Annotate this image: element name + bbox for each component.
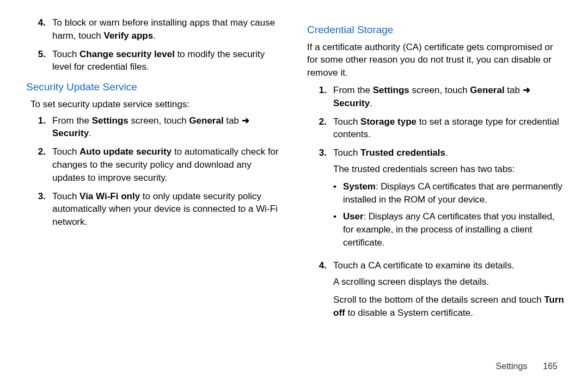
list-item: 2.Touch Storage type to set a storage ty… (307, 115, 566, 142)
bullet-item: •User: Displays any CA certificates that… (333, 210, 566, 249)
footer-page-number: 165 (543, 362, 558, 371)
list-number: 1. (26, 114, 52, 140)
list-content: Touch Trusted credentials.The trusted cr… (333, 146, 566, 254)
list-content: Touch Storage type to set a storage type… (333, 115, 566, 142)
list-content: Touch Change security level to modify th… (52, 48, 285, 74)
sub-text: The trusted credentials screen has two t… (333, 163, 566, 176)
list-number: 3. (307, 146, 333, 254)
right-column: Credential Storage If a certificate auth… (307, 16, 566, 325)
section-heading-right: Credential Storage (307, 23, 566, 38)
list-item: 5.Touch Change security level to modify … (26, 48, 285, 74)
list-number: 5. (26, 48, 52, 74)
bullet-list: •System: Displays CA certificates that a… (333, 180, 566, 249)
sub-text: A scrolling screen displays the details. (333, 275, 566, 289)
list-number: 1. (307, 84, 333, 110)
arrow-icon: ➜ (242, 115, 249, 126)
left-steps-list: 1.From the Settings screen, touch Genera… (26, 114, 285, 229)
section-heading-left: Security Update Service (26, 80, 285, 95)
bullet-dot-icon: • (333, 210, 343, 249)
right-steps-list: 1.From the Settings screen, touch Genera… (307, 84, 566, 320)
list-content: Touch a CA certificate to examine its de… (333, 259, 566, 320)
bullet-item: •System: Displays CA certificates that a… (333, 180, 566, 206)
list-number: 4. (307, 259, 333, 320)
list-item: 3.Touch Trusted credentials.The trusted … (307, 146, 566, 254)
intro-text-left: To set security update service settings: (30, 98, 285, 111)
two-column-layout: 4.To block or warn before installing app… (26, 16, 566, 325)
list-item: 1.From the Settings screen, touch Genera… (26, 114, 285, 140)
list-content: From the Settings screen, touch General … (52, 114, 285, 140)
footer-section: Settings (496, 362, 528, 371)
list-content: From the Settings screen, touch General … (333, 84, 566, 110)
list-content: To block or warn before installing apps … (52, 16, 285, 42)
bullet-dot-icon: • (333, 180, 343, 206)
arrow-icon: ➜ (523, 85, 530, 95)
list-content: Touch Auto update security to automatica… (52, 145, 285, 184)
list-item: 2.Touch Auto update security to automati… (26, 145, 285, 184)
page-footer: Settings 165 (496, 360, 558, 372)
sub-text: Scroll to the bottom of the details scre… (333, 293, 566, 320)
list-item: 1.From the Settings screen, touch Genera… (307, 84, 566, 110)
list-item: 4.To block or warn before installing app… (26, 16, 285, 42)
list-number: 3. (26, 190, 52, 229)
list-number: 2. (307, 115, 333, 142)
intro-text-right: If a certificate authority (CA) certific… (307, 41, 566, 79)
list-number: 4. (26, 16, 52, 42)
list-content: Touch Via Wi-Fi only to only update secu… (52, 190, 285, 229)
pre-heading-list: 4.To block or warn before installing app… (26, 16, 285, 74)
left-column: 4.To block or warn before installing app… (26, 16, 285, 325)
list-item: 4.Touch a CA certificate to examine its … (307, 259, 566, 320)
list-item: 3.Touch Via Wi-Fi only to only update se… (26, 190, 285, 229)
list-number: 2. (26, 145, 52, 184)
